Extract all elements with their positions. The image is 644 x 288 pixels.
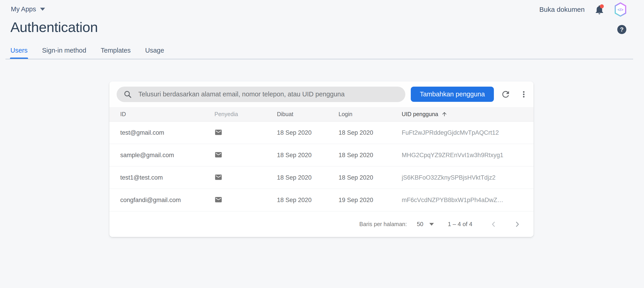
tab-templates[interactable]: Templates [101, 47, 131, 56]
provider-cell [214, 128, 277, 137]
login-date-cell: 18 Sep 2020 [338, 152, 402, 159]
topbar-right: Buka dokumen </> [540, 2, 627, 17]
help-button[interactable]: ? [617, 25, 626, 34]
search-icon [124, 90, 132, 99]
table-row[interactable]: test1@test.com 18 Sep 2020 18 Sep 2020 j… [109, 167, 534, 189]
provider-cell [214, 151, 277, 160]
topbar: My Apps Buka dokumen </> [0, 0, 644, 18]
user-email-cell: test@gmail.com [120, 129, 214, 136]
email-icon [214, 173, 222, 181]
table-row[interactable]: sample@gmail.com 18 Sep 2020 18 Sep 2020… [109, 144, 534, 167]
more-vert-icon [519, 90, 528, 99]
table-body: test@gmail.com 18 Sep 2020 18 Sep 2020 F… [109, 121, 534, 211]
previous-page-button[interactable] [487, 218, 500, 231]
table-header-row: ID Penyedia Dibuat Login UID pengguna [109, 107, 534, 121]
column-header-created: Dibuat [277, 111, 338, 117]
table-row[interactable]: congfandi@gmail.com 18 Sep 2020 19 Sep 2… [109, 189, 534, 211]
email-icon [214, 196, 222, 204]
code-glyph: </> [618, 8, 624, 12]
my-apps-dropdown[interactable]: My Apps [11, 6, 45, 13]
user-uid-cell: FuFt2wJPRddegGjdcMvTpAQCrt12 [402, 129, 523, 136]
refresh-icon [501, 89, 511, 100]
user-uid-cell: mF6cVcdNZPYB8bxW1pPh4aDwZ… [402, 197, 523, 204]
tab-bar: Users Sign-in method Templates Usage [10, 47, 164, 56]
next-page-button[interactable] [511, 218, 524, 231]
search-input[interactable] [138, 90, 398, 98]
provider-cell [214, 173, 277, 182]
chevron-left-icon [490, 221, 497, 228]
user-email-cell: test1@test.com [120, 174, 214, 181]
rows-per-page-value: 50 [417, 221, 424, 228]
user-email-cell: sample@gmail.com [120, 152, 214, 159]
user-email-cell: congfandi@gmail.com [120, 197, 214, 204]
column-header-provider: Penyedia [214, 111, 277, 117]
email-icon [214, 128, 222, 136]
account-avatar-logo[interactable]: </> [614, 2, 627, 17]
user-uid-cell: MHG2CpqYZ9ZREnVvI1w3h9Rtxyg1 [402, 152, 523, 159]
tab-sign-in-method[interactable]: Sign-in method [42, 47, 86, 56]
column-header-login: Login [338, 111, 402, 117]
tab-usage[interactable]: Usage [145, 47, 164, 56]
created-date-cell: 18 Sep 2020 [277, 129, 338, 136]
open-docs-link[interactable]: Buka dokumen [540, 6, 585, 13]
user-uid-cell: jS6KBFoO32ZknySPBjsHVktTdjz2 [402, 174, 523, 181]
chevron-right-icon [514, 221, 521, 228]
rows-per-page-label: Baris per halaman: [359, 221, 407, 227]
login-date-cell: 18 Sep 2020 [338, 129, 402, 136]
table-row[interactable]: test@gmail.com 18 Sep 2020 18 Sep 2020 F… [109, 121, 534, 144]
users-card: Tambahkan pengguna ID Penyedia Dibuat Lo… [109, 81, 534, 237]
chevron-down-icon [429, 223, 434, 226]
table-footer: Baris per halaman: 50 1 – 4 of 4 [109, 211, 534, 237]
refresh-button[interactable] [499, 88, 512, 101]
created-date-cell: 18 Sep 2020 [277, 197, 338, 204]
provider-cell [214, 196, 277, 205]
login-date-cell: 19 Sep 2020 [338, 197, 402, 204]
chevron-down-icon [40, 8, 45, 11]
pagination-range-label: 1 – 4 of 4 [448, 221, 472, 228]
question-mark-icon: ? [620, 26, 624, 33]
created-date-cell: 18 Sep 2020 [277, 152, 338, 159]
notification-dot [600, 4, 604, 9]
notifications-button[interactable] [594, 4, 604, 15]
email-icon [214, 151, 222, 159]
column-header-uid[interactable]: UID pengguna [402, 111, 523, 117]
tab-divider [6, 59, 633, 59]
tab-users[interactable]: Users [10, 47, 28, 56]
user-search-box[interactable] [116, 87, 405, 102]
more-options-button[interactable] [518, 88, 530, 101]
login-date-cell: 18 Sep 2020 [338, 174, 402, 181]
sort-arrow-up-icon [441, 111, 448, 117]
my-apps-label: My Apps [11, 6, 36, 13]
add-user-button[interactable]: Tambahkan pengguna [411, 87, 494, 102]
bell-icon [594, 4, 604, 15]
rows-per-page-select[interactable]: 50 [417, 221, 434, 228]
users-toolbar: Tambahkan pengguna [109, 81, 534, 107]
page-title: Authentication [10, 19, 98, 35]
created-date-cell: 18 Sep 2020 [277, 174, 338, 181]
column-header-id: ID [120, 111, 214, 117]
